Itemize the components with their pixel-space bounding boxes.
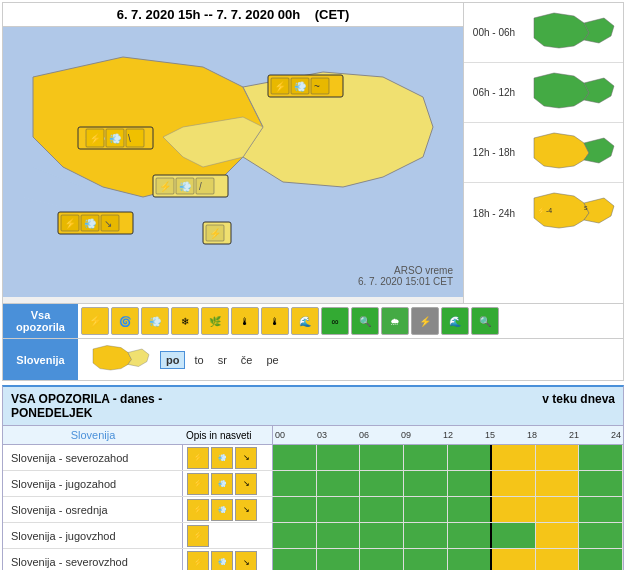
- cell-7: [579, 523, 623, 548]
- cell-6: [536, 549, 580, 570]
- svg-marker-47: [93, 346, 132, 371]
- row-timeline-severozahod: [273, 445, 623, 470]
- day-po[interactable]: po: [160, 351, 185, 369]
- time-label-12-18: 12h - 18h: [464, 145, 524, 160]
- icons-row: ⚡ 🌀 💨 ❄ 🌿 🌡 🌡 🌊 ∞ 🔍 🌧 ⚡ 🌊 🔍: [78, 304, 623, 338]
- slovenija-label: Slovenija: [3, 339, 78, 380]
- cell-6: [536, 497, 580, 522]
- row-icon-1: ⚡: [187, 499, 209, 521]
- cell-5: [492, 523, 536, 548]
- svg-text:↘: ↘: [104, 218, 112, 229]
- svg-text:s: s: [584, 204, 588, 211]
- row-label-jugozahod: Slovenija - jugozahod: [3, 471, 183, 496]
- warning-icon-14: 🔍: [471, 307, 499, 335]
- svg-text:⚡: ⚡: [89, 132, 102, 145]
- mini-map-18-24: ⚡-4 s: [524, 188, 623, 238]
- timezone: (CET): [315, 7, 350, 22]
- cell-6: [536, 445, 580, 470]
- svg-text:⚡: ⚡: [209, 227, 222, 240]
- cell-6: [536, 523, 580, 548]
- days-row: po to sr če pe: [78, 339, 623, 380]
- svg-marker-37: [534, 13, 589, 48]
- time-slot-12-18: 12h - 18h: [464, 123, 623, 183]
- warning-icon-4: ❄: [171, 307, 199, 335]
- time-18: 18: [527, 430, 537, 440]
- table-row: Slovenija - osrednja ⚡ 💨 ↘: [3, 497, 623, 523]
- time-12: 12: [443, 430, 453, 440]
- svg-marker-48: [128, 349, 149, 367]
- time-slot-18-24: 18h - 24h ⚡-4 s: [464, 183, 623, 243]
- cell-5: [492, 445, 536, 470]
- svg-text:⚡: ⚡: [64, 217, 77, 230]
- svg-text:⚡: ⚡: [159, 180, 172, 193]
- cell-3: [404, 497, 448, 522]
- row-icon-1: ⚡: [187, 525, 209, 547]
- arso-label: ARSO vreme 6. 7. 2020 15:01 CET: [358, 265, 453, 287]
- cell-3: [404, 445, 448, 470]
- svg-text:💨: 💨: [179, 180, 192, 193]
- map-svg: ⚡🌬️ ⚡ 💨 \ ⚡ 💨 ~: [3, 27, 463, 297]
- row-icon-3: ↘: [235, 447, 257, 469]
- row-icon-2: 💨: [211, 551, 233, 570]
- cell-2: [360, 523, 404, 548]
- table-row: Slovenija - severozahod ⚡ 💨 ↘: [3, 445, 623, 471]
- svg-marker-41: [534, 133, 589, 168]
- time-24: 24: [611, 430, 623, 440]
- cell-3: [404, 471, 448, 496]
- cell-0: [273, 445, 317, 470]
- cell-7: [579, 497, 623, 522]
- time-label-18-24: 18h - 24h: [464, 206, 524, 221]
- table-header-left: VSA OPOZORILA - danes - PONEDELJEK: [3, 387, 183, 425]
- row-icon-2: 💨: [211, 499, 233, 521]
- day-ce[interactable]: če: [236, 352, 258, 368]
- table-row: Slovenija - jugovzhod ⚡: [3, 523, 623, 549]
- svg-marker-38: [584, 18, 614, 43]
- cell-3: [404, 549, 448, 570]
- vsa-opozorila-label: Vsa opozorila: [3, 304, 78, 338]
- map-canvas: ⚡🌬️ ⚡ 💨 \ ⚡ 💨 ~: [3, 27, 463, 297]
- cell-5: [492, 497, 536, 522]
- slovenija-mini-map: [86, 342, 156, 377]
- warning-icon-11: 🌧: [381, 307, 409, 335]
- table-subheader: Slovenija Opis in nasveti 00 03 06 09 12…: [3, 426, 623, 445]
- right-panels: 00h - 06h 06h - 12h: [463, 3, 623, 303]
- svg-text:⚡-4: ⚡-4: [537, 206, 552, 215]
- cell-2: [360, 549, 404, 570]
- svg-text:~: ~: [314, 81, 320, 92]
- day-pe[interactable]: pe: [261, 352, 283, 368]
- warning-icon-8: 🌊: [291, 307, 319, 335]
- row-icons-osrednja: ⚡ 💨 ↘: [183, 497, 273, 522]
- svg-text:💨: 💨: [84, 217, 97, 230]
- cell-4: [448, 497, 493, 522]
- svg-text:💨: 💨: [109, 132, 122, 145]
- cell-2: [360, 497, 404, 522]
- cell-5: [492, 549, 536, 570]
- row-icon-2: 💨: [211, 473, 233, 495]
- cell-2: [360, 445, 404, 470]
- slovenija-row: Slovenija po to sr če pe: [2, 339, 624, 381]
- cell-4: [448, 523, 493, 548]
- svg-text:⚡: ⚡: [274, 80, 287, 93]
- svg-marker-39: [534, 73, 589, 108]
- cell-0: [273, 497, 317, 522]
- svg-text:💨: 💨: [294, 80, 307, 93]
- map-title: 6. 7. 2020 15h -- 7. 7. 2020 00h (CET): [3, 3, 463, 27]
- day-to[interactable]: to: [189, 352, 208, 368]
- cell-2: [360, 471, 404, 496]
- svg-text:\: \: [128, 133, 131, 144]
- time-06: 06: [359, 430, 369, 440]
- row-label-severovzhod: Slovenija - severovzhod: [3, 549, 183, 570]
- warning-icon-1: ⚡: [81, 307, 109, 335]
- row-icon-1: ⚡: [187, 551, 209, 570]
- mini-map-12-18: [524, 128, 623, 178]
- day-sr[interactable]: sr: [213, 352, 232, 368]
- warning-icon-6: 🌡: [231, 307, 259, 335]
- cell-6: [536, 471, 580, 496]
- time-09: 09: [401, 430, 411, 440]
- time-21: 21: [569, 430, 579, 440]
- row-icon-1: ⚡: [187, 473, 209, 495]
- table-row: Slovenija - jugozahod ⚡ 💨 ↘: [3, 471, 623, 497]
- time-label-00-06: 00h - 06h: [464, 25, 524, 40]
- cell-4: [448, 549, 493, 570]
- cell-0: [273, 523, 317, 548]
